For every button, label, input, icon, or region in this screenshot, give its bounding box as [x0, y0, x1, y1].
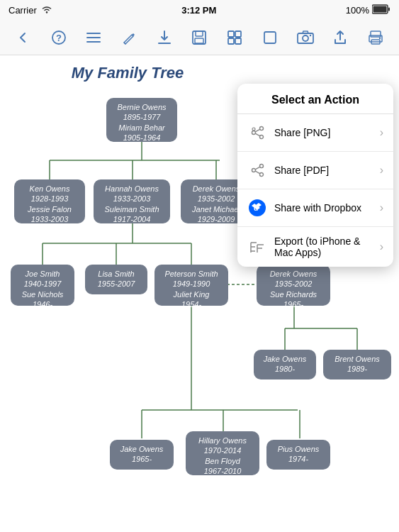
export-icon: [247, 237, 267, 257]
node-derek-owens-2[interactable]: Derek Owens1935-2002Sue Richards1965-: [257, 265, 330, 306]
svg-rect-13: [195, 38, 203, 43]
back-button[interactable]: [11, 25, 36, 50]
print-button[interactable]: [363, 25, 388, 50]
node-peterson-smith[interactable]: Peterson Smith1949-1990Juliet King1954-: [154, 265, 228, 306]
svg-rect-17: [235, 38, 241, 44]
svg-point-25: [379, 37, 381, 38]
svg-point-51: [252, 128, 255, 131]
share-pdf-label: Share [PDF]: [274, 165, 380, 176]
svg-line-49: [255, 129, 260, 132]
camera-button[interactable]: [293, 25, 318, 50]
svg-line-50: [255, 133, 260, 136]
svg-line-55: [255, 167, 260, 170]
node-brent-owens[interactable]: Brent Owens1989-: [323, 350, 391, 379]
export-chevron: ›: [380, 240, 383, 253]
svg-rect-18: [264, 32, 276, 43]
edit-button[interactable]: [116, 25, 142, 50]
node-jake-owens-1[interactable]: Jake Owens1980-: [254, 350, 316, 379]
export-label: Export (to iPhone & Mac Apps): [274, 235, 380, 258]
node-lisa-smith[interactable]: Lisa Smith1955-2007: [85, 265, 147, 294]
save-button[interactable]: [186, 25, 212, 50]
help-button[interactable]: ?: [46, 25, 72, 50]
status-left: Carrier: [9, 5, 52, 16]
svg-text:d: d: [254, 204, 258, 212]
battery-icon: [372, 4, 390, 16]
frame-button[interactable]: [257, 25, 283, 50]
svg-rect-15: [235, 31, 241, 37]
share-png-icon: [247, 123, 267, 143]
node-jake-owens-2[interactable]: Jake Owens1965-: [110, 440, 174, 470]
node-hillary-owens[interactable]: Hillary Owens1970-2014Ben Floyd1967-2010: [186, 431, 259, 475]
share-pdf-icon: [247, 160, 267, 180]
tree-title: My Family Tree: [0, 64, 255, 82]
share-pdf-item[interactable]: Share [PDF] ›: [237, 152, 393, 189]
svg-line-56: [255, 171, 260, 174]
toolbar: ?: [0, 20, 399, 55]
svg-point-20: [303, 35, 308, 41]
action-dropdown-title: Select an Action: [237, 84, 393, 114]
dropbox-icon: d: [247, 198, 267, 218]
svg-rect-3: [388, 7, 390, 11]
status-right: 100%: [346, 4, 390, 16]
node-pius-owens[interactable]: Pius Owens1974-: [266, 440, 330, 470]
svg-rect-14: [228, 31, 234, 37]
svg-rect-2: [373, 6, 387, 12]
export-item[interactable]: Export (to iPhone & Mac Apps) ›: [237, 227, 393, 267]
svg-rect-12: [196, 31, 203, 36]
carrier-label: Carrier: [9, 5, 37, 16]
share-png-chevron: ›: [380, 126, 383, 139]
svg-point-46: [252, 131, 256, 135]
list-button[interactable]: [81, 25, 106, 50]
battery-percent: 100%: [346, 5, 369, 16]
svg-line-9: [124, 43, 125, 44]
svg-point-52: [252, 169, 256, 172]
share-dropbox-label: Share with Dropbox: [274, 202, 380, 214]
wifi-icon: [41, 5, 52, 16]
svg-point-0: [46, 11, 47, 13]
status-bar: Carrier 3:12 PM 100%: [0, 0, 399, 20]
share-pdf-chevron: ›: [380, 164, 383, 177]
node-ken-owens[interactable]: Ken Owens1928-1993Jessie Falon1933-2003: [14, 179, 85, 223]
svg-rect-16: [228, 38, 234, 44]
node-hannah-owens[interactable]: Hannah Owens1933-2003Suleiman Smith1917-…: [94, 179, 170, 223]
share-png-item[interactable]: Share [PNG] ›: [237, 114, 393, 152]
main-content: My Family Tree Bernie Owens1895-1977Miri…: [0, 55, 399, 532]
time-display: 3:12 PM: [181, 5, 216, 16]
share-dropbox-item[interactable]: d Share with Dropbox ›: [237, 189, 393, 227]
node-bernie-owens[interactable]: Bernie Owens1895-1977Miriam Behar1905-19…: [106, 98, 177, 142]
grid-button[interactable]: [222, 25, 247, 50]
node-joe-smith[interactable]: Joe Smith1940-1997Sue Nichols1946-: [11, 265, 74, 306]
share-dropbox-chevron: ›: [380, 201, 383, 214]
svg-rect-22: [371, 31, 381, 37]
download-button[interactable]: [152, 25, 177, 50]
action-dropdown: Select an Action Share [PNG] ›: [237, 84, 393, 267]
share-upload-button[interactable]: [327, 25, 353, 50]
svg-text:?: ?: [56, 33, 62, 43]
svg-point-21: [309, 34, 310, 35]
share-png-label: Share [PNG]: [274, 127, 380, 138]
